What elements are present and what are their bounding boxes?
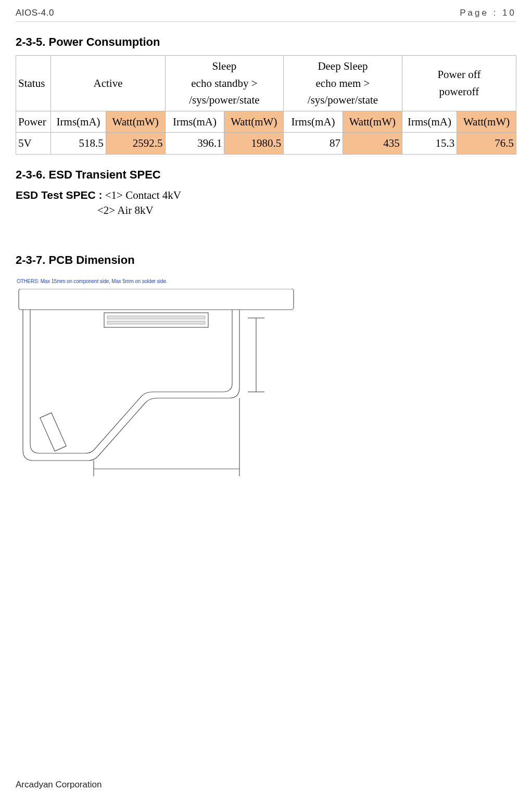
col-header-active: Active [51, 56, 165, 111]
unit-irms: Irms(mA) [284, 111, 343, 133]
svg-rect-9 [107, 316, 205, 319]
footer-company: Arcadyan Corporation [16, 780, 102, 790]
val-off-irms: 15.3 [402, 133, 457, 155]
section-title-power-consumption: 2-3-5. Power Consumption [16, 35, 516, 49]
table-row: Status Active Sleep echo standby > /sys/… [16, 56, 516, 111]
row-label-status: Status [16, 56, 51, 111]
row-label-power: Power [16, 111, 51, 133]
unit-watt: Watt(mW) [106, 111, 165, 133]
power-consumption-table: Status Active Sleep echo standby > /sys/… [16, 55, 516, 155]
unit-irms: Irms(mA) [402, 111, 457, 133]
esd-item1-tag: <1> [105, 189, 123, 201]
val-active-watt: 2592.5 [106, 133, 165, 155]
pcb-note-text: OTHERS: Max 15mm on component side, Max … [17, 278, 167, 284]
esd-label: ESD Test SPEC : [16, 189, 102, 201]
val-sleep-irms: 396.1 [165, 133, 224, 155]
table-row: 5V 518.5 2592.5 396.1 1980.5 87 435 15.3… [16, 133, 516, 155]
section-title-esd: 2-3-6. ESD Transient SPEC [16, 168, 516, 182]
page-number: Page : 10 [460, 8, 516, 18]
unit-irms: Irms(mA) [165, 111, 224, 133]
esd-item2-tag: <2> [97, 204, 115, 216]
esd-item1-val: Contact 4kV [125, 189, 181, 201]
svg-rect-1 [104, 313, 208, 327]
pcb-drawing-icon [16, 289, 297, 507]
doc-id: AIOS-4.0 [16, 8, 54, 18]
unit-irms: Irms(mA) [51, 111, 106, 133]
val-deep-watt: 435 [343, 133, 402, 155]
unit-watt: Watt(mW) [457, 111, 516, 133]
val-off-watt: 76.5 [457, 133, 516, 155]
table-row: Power Irms(mA) Watt(mW) Irms(mA) Watt(mW… [16, 111, 516, 133]
val-active-irms: 518.5 [51, 133, 106, 155]
row-label-5v: 5V [16, 133, 51, 155]
col-header-sleep: Sleep echo standby > /sys/power/state [165, 56, 284, 111]
page-header: AIOS-4.0 Page : 10 [16, 8, 516, 22]
section-title-pcb: 2-3-7. PCB Dimension [16, 253, 516, 267]
svg-rect-2 [40, 413, 66, 451]
esd-spec-block: ESD Test SPEC : <1> Contact 4kV <2> Air … [16, 189, 516, 217]
unit-watt: Watt(mW) [343, 111, 402, 133]
unit-watt: Watt(mW) [224, 111, 284, 133]
esd-line-1: ESD Test SPEC : <1> Contact 4kV [16, 189, 516, 202]
page: AIOS-4.0 Page : 10 2-3-5. Power Consumpt… [0, 0, 532, 803]
col-header-power-off: Power off poweroff [402, 56, 516, 111]
val-sleep-watt: 1980.5 [224, 133, 284, 155]
col-header-deep-sleep: Deep Sleep echo mem > /sys/power/state [284, 56, 402, 111]
pcb-dimension-figure: OTHERS: Max 15mm on component side, Max … [16, 277, 297, 509]
esd-item2-val: Air 8kV [117, 204, 153, 216]
svg-rect-0 [19, 289, 294, 310]
svg-rect-10 [107, 321, 205, 324]
val-deep-irms: 87 [284, 133, 343, 155]
esd-line-2: <2> Air 8kV [16, 204, 516, 217]
